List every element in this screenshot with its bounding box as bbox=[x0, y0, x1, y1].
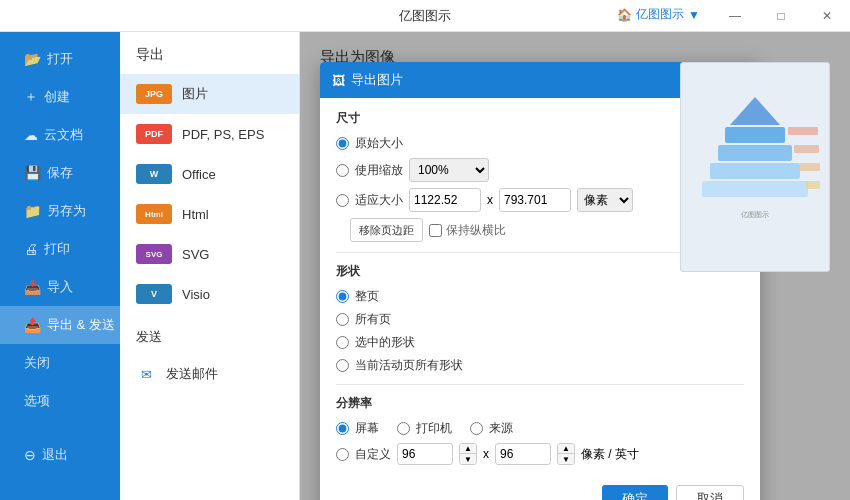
size-x-label: x bbox=[487, 193, 493, 207]
send-email-label: 发送邮件 bbox=[166, 365, 218, 383]
size-unit-select[interactable]: 像素 英寸 毫米 bbox=[577, 188, 633, 212]
res-source-option[interactable]: 来源 bbox=[470, 420, 513, 437]
sidebar-item-logout[interactable]: ⊖ 退出 bbox=[0, 436, 120, 474]
dpi-x-label: x bbox=[483, 447, 489, 461]
dpi-stepper1[interactable]: ▲ ▼ bbox=[459, 443, 477, 465]
content-area: 导出为图像 保存为图片文件，比如BMP, JPEG, PNG, GIF格式。 J… bbox=[300, 32, 850, 500]
sidebar-item-import[interactable]: 📥 导入 bbox=[0, 268, 120, 306]
shape-selected-label: 选中的形状 bbox=[355, 334, 415, 351]
res-custom-option[interactable]: 自定义 bbox=[336, 446, 391, 463]
export-panel: 导出 JPG 图片 PDF PDF, PS, EPS W Office Html… bbox=[120, 32, 300, 500]
svg-rect-2 bbox=[718, 145, 792, 161]
resolution-custom-row: 自定义 ▲ ▼ x ▲ ▼ 像素 / 英寸 bbox=[336, 443, 744, 465]
export-item-label: Visio bbox=[182, 287, 210, 302]
resolution-section-title: 分辨率 bbox=[336, 395, 744, 412]
sidebar-item-new[interactable]: ＋ 创建 bbox=[0, 78, 120, 116]
main-layout: 📂 打开 ＋ 创建 ☁ 云文档 💾 保存 📁 另存为 🖨 打印 📥 导入 📤 bbox=[0, 32, 850, 500]
shape-selected-option[interactable]: 选中的形状 bbox=[336, 334, 744, 351]
send-email-item[interactable]: ✉ 发送邮件 bbox=[120, 354, 299, 394]
dpi-input1[interactable] bbox=[397, 443, 453, 465]
export-icon: 📤 bbox=[24, 317, 41, 333]
size-zoom-label: 使用缩放 bbox=[355, 162, 403, 179]
shape-current-option[interactable]: 当前活动页所有形状 bbox=[336, 357, 744, 374]
brand-area: 🏠 亿图图示 ▼ bbox=[617, 6, 700, 23]
sidebar-item-open[interactable]: 📂 打开 bbox=[0, 40, 120, 78]
export-item-svg[interactable]: SVG SVG bbox=[120, 234, 299, 274]
sidebar-item-save[interactable]: 💾 保存 bbox=[0, 154, 120, 192]
res-print-radio[interactable] bbox=[397, 422, 410, 435]
export-item-jpg[interactable]: JPG 图片 bbox=[120, 74, 299, 114]
sidebar-item-label: 另存为 bbox=[47, 202, 86, 220]
export-item-office[interactable]: W Office bbox=[120, 154, 299, 194]
res-print-label: 打印机 bbox=[416, 420, 452, 437]
new-icon: ＋ bbox=[24, 88, 38, 106]
window-controls: — □ ✕ bbox=[712, 0, 850, 32]
pdf-badge: PDF bbox=[136, 124, 172, 144]
window-title: 亿图图示 bbox=[399, 7, 451, 25]
cancel-button[interactable]: 取消 bbox=[676, 485, 744, 500]
open-icon: 📂 bbox=[24, 51, 41, 67]
maximize-button[interactable]: □ bbox=[758, 0, 804, 32]
sidebar-item-label: 导入 bbox=[47, 278, 73, 296]
shape-current-radio[interactable] bbox=[336, 359, 349, 372]
size-original-label: 原始大小 bbox=[355, 135, 403, 152]
res-screen-option[interactable]: 屏幕 bbox=[336, 420, 379, 437]
minimize-button[interactable]: — bbox=[712, 0, 758, 32]
dialog-header-title: 🖼 导出图片 bbox=[332, 71, 403, 89]
size-zoom-radio[interactable] bbox=[336, 164, 349, 177]
sidebar-item-label: 关闭 bbox=[24, 354, 50, 372]
export-item-pdf[interactable]: PDF PDF, PS, EPS bbox=[120, 114, 299, 154]
shape-all-radio[interactable] bbox=[336, 313, 349, 326]
shape-all-label: 所有页 bbox=[355, 311, 391, 328]
export-item-label: 图片 bbox=[182, 85, 208, 103]
res-screen-radio[interactable] bbox=[336, 422, 349, 435]
dpi-down1[interactable]: ▼ bbox=[460, 454, 476, 464]
export-panel-title: 导出 bbox=[120, 32, 299, 74]
word-badge: W bbox=[136, 164, 172, 184]
size-original-radio[interactable] bbox=[336, 137, 349, 150]
dpi-input2[interactable] bbox=[495, 443, 551, 465]
sidebar-item-close[interactable]: 关闭 bbox=[0, 344, 120, 382]
logout-icon: ⊖ bbox=[24, 447, 36, 463]
export-item-visio[interactable]: V Visio bbox=[120, 274, 299, 314]
confirm-button[interactable]: 确定 bbox=[602, 485, 668, 500]
sidebar-item-export[interactable]: 📤 导出 & 发送 bbox=[0, 306, 120, 344]
shape-whole-radio[interactable] bbox=[336, 290, 349, 303]
dpi-unit-label: 像素 / 英寸 bbox=[581, 446, 639, 463]
close-button[interactable]: ✕ bbox=[804, 0, 850, 32]
svg-rect-6 bbox=[794, 145, 819, 153]
size-custom-radio[interactable] bbox=[336, 194, 349, 207]
res-source-label: 来源 bbox=[489, 420, 513, 437]
brand-label: 亿图图示 bbox=[636, 6, 684, 23]
sidebar-item-cloud[interactable]: ☁ 云文档 bbox=[0, 116, 120, 154]
res-print-option[interactable]: 打印机 bbox=[397, 420, 452, 437]
export-item-html[interactable]: Html Html bbox=[120, 194, 299, 234]
size-height-input[interactable] bbox=[499, 188, 571, 212]
dpi-up2[interactable]: ▲ bbox=[558, 444, 574, 454]
maintain-ratio-checkbox[interactable] bbox=[429, 224, 442, 237]
shape-whole-option[interactable]: 整页 bbox=[336, 288, 744, 305]
shape-selected-radio[interactable] bbox=[336, 336, 349, 349]
pyramid-preview-svg: 亿图图示 bbox=[690, 77, 820, 257]
save-icon: 💾 bbox=[24, 165, 41, 181]
remove-margin-button[interactable]: 移除页边距 bbox=[350, 218, 423, 242]
sidebar-item-label: 创建 bbox=[44, 88, 70, 106]
shape-all-option[interactable]: 所有页 bbox=[336, 311, 744, 328]
brand-arrow: ▼ bbox=[688, 8, 700, 22]
sidebar-item-saveas[interactable]: 📁 另存为 bbox=[0, 192, 120, 230]
dialog-overlay: 🖼 导出图片 ✕ 尺寸 原始大小 使用缩放 bbox=[300, 32, 850, 500]
zoom-select[interactable]: 100% 50% 200% bbox=[409, 158, 489, 182]
send-section-title: 发送 bbox=[120, 314, 299, 354]
dpi-down2[interactable]: ▼ bbox=[558, 454, 574, 464]
size-width-input[interactable] bbox=[409, 188, 481, 212]
res-source-radio[interactable] bbox=[470, 422, 483, 435]
sidebar-item-print[interactable]: 🖨 打印 bbox=[0, 230, 120, 268]
maintain-ratio-label: 保持纵横比 bbox=[446, 222, 506, 239]
svg-text:亿图图示: 亿图图示 bbox=[740, 211, 769, 218]
svg-marker-0 bbox=[730, 97, 780, 125]
res-custom-radio[interactable] bbox=[336, 448, 349, 461]
export-item-label: SVG bbox=[182, 247, 209, 262]
dpi-up1[interactable]: ▲ bbox=[460, 444, 476, 454]
dpi-stepper2[interactable]: ▲ ▼ bbox=[557, 443, 575, 465]
sidebar-item-options[interactable]: 选项 bbox=[0, 382, 120, 420]
